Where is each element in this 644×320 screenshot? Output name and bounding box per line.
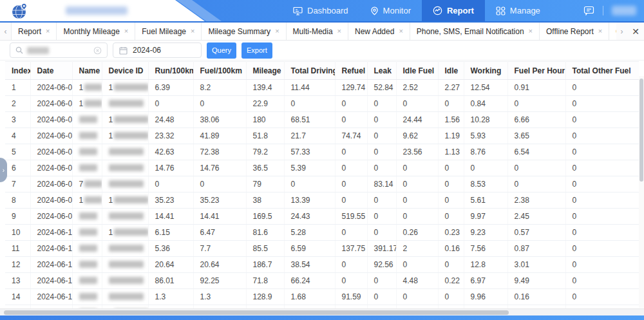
cell-device-id-redacted: [102, 96, 148, 112]
horizontal-scrollbar-thumb[interactable]: [4, 310, 509, 315]
month-picker[interactable]: 2024-06: [113, 42, 202, 58]
table-row[interactable]: 42024-06-041523.3241.8951.821.774.7409.6…: [5, 128, 639, 144]
nav-item-report[interactable]: Report: [422, 0, 485, 21]
cell-idle: 1.13: [438, 144, 464, 160]
redacted-block: [114, 116, 148, 123]
redacted-block: [109, 148, 144, 155]
cell-fuel-100km: 14.76: [193, 160, 246, 176]
redacted-block: [114, 196, 148, 203]
message-icon[interactable]: [583, 6, 594, 15]
table-row[interactable]: 62024-06-0614.7614.7636.55.390000000: [5, 160, 639, 176]
cell-working: 7.56: [464, 241, 507, 257]
cell-mileage: 36.5: [246, 160, 284, 176]
cell-index: 5: [5, 144, 30, 160]
cell-working: 9.23: [464, 225, 507, 241]
cell-leak: 0: [367, 160, 396, 176]
table-row[interactable]: 92024-06-0914.4114.41169.524.43519.55000…: [5, 209, 639, 225]
cell-working: 8.76: [464, 144, 507, 160]
vertical-scrollbar-thumb[interactable]: [639, 79, 643, 182]
nav-item-dashboard[interactable]: Dashboard: [282, 0, 359, 21]
tab-close-icon[interactable]: ×: [399, 28, 402, 35]
sidebar-expand-toggle[interactable]: ›: [0, 158, 7, 182]
cell-run-100km: 14.41: [148, 209, 193, 225]
cell-total-driving-fuel: 0: [284, 96, 335, 112]
cell-total-other-fuel: 0: [565, 289, 639, 305]
redacted-block: [109, 164, 144, 171]
table-row[interactable]: 122024-06-1220.6420.64186.738.54092.5600…: [5, 257, 639, 273]
cell-date: 2024-06-02: [30, 96, 72, 112]
nav-item-manage[interactable]: Manage: [485, 0, 551, 21]
cell-date: 2024-06-05: [30, 144, 72, 160]
tab-fuel-mileage[interactable]: Fuel Mileage×: [135, 23, 202, 40]
tab-label: New Added: [355, 27, 394, 36]
manage-icon: [496, 6, 506, 15]
table-row[interactable]: 102024-06-1016.156.4781.65.28000.260.239…: [5, 225, 639, 241]
horizontal-scrollbar[interactable]: [0, 308, 644, 315]
cell-fuel-per-hour: 6.54: [507, 144, 565, 160]
cell-refuel: 0: [335, 257, 367, 273]
tab-report[interactable]: Report×: [11, 23, 57, 40]
cell-idle: 0: [438, 257, 464, 273]
cell-index: 13: [5, 273, 30, 289]
tab-monthly-mileage[interactable]: Monthly Mileage×: [57, 23, 135, 40]
table-row[interactable]: 12024-06-01116.398.2139.411.44129.7452.8…: [5, 80, 639, 96]
table-row[interactable]: 142024-06-141.31.3128.91.6891.590009.960…: [5, 289, 639, 305]
table-row[interactable]: 72024-06-07700790083.14008.5300: [5, 176, 639, 193]
cell-refuel: 0: [335, 225, 367, 241]
cell-idle-fuel: 23.56: [396, 144, 438, 160]
cell-idle-fuel: 0: [396, 176, 438, 193]
tabs-scroll-left-icon[interactable]: ‹: [0, 23, 11, 40]
vertical-scrollbar[interactable]: [639, 76, 644, 308]
table-row[interactable]: 112024-06-115.367.785.56.59137.75391.172…: [5, 241, 639, 257]
redacted-block: [84, 84, 102, 91]
tab-close-icon[interactable]: ×: [598, 28, 602, 35]
column-header-working: Working: [464, 62, 507, 80]
cell-fuel-100km: 0: [193, 176, 246, 193]
table-row[interactable]: 82024-06-081135.2335.233813.3900005.612.…: [5, 193, 639, 209]
tab-label: Multi-Media: [293, 27, 333, 36]
table-row[interactable]: 132024-06-1386.0192.2571.866.24004.480.2…: [5, 273, 639, 289]
cell-idle-fuel: 0: [396, 193, 438, 209]
tab-close-icon[interactable]: ×: [337, 28, 341, 35]
redacted-block: [84, 180, 102, 187]
export-button[interactable]: Export: [242, 42, 272, 59]
redacted-block: [79, 148, 97, 155]
tab-close-icon[interactable]: ×: [124, 28, 128, 35]
query-button[interactable]: Query: [207, 42, 236, 59]
cell-refuel: 0: [335, 112, 367, 128]
tab-close-icon[interactable]: ×: [191, 28, 194, 35]
redacted-block: [84, 100, 102, 107]
tab-close-icon[interactable]: ×: [529, 28, 533, 35]
cell-leak: 52.84: [367, 80, 396, 96]
tab-offline-report[interactable]: Offline Report×: [540, 23, 609, 40]
tabs-scroll-right-icon[interactable]: ›: [616, 23, 627, 40]
cell-name-redacted: [72, 273, 102, 289]
table-row[interactable]: 32024-06-03124.4838.0618068.510024.441.5…: [5, 112, 639, 128]
cell-total-driving-fuel: 68.51: [284, 112, 335, 128]
nav-item-monitor[interactable]: Monitor: [359, 0, 422, 21]
tab-mileage-summary[interactable]: Mileage Summary×: [202, 23, 286, 40]
tab-multi-media[interactable]: Multi-Media×: [287, 23, 348, 40]
tab-phone-sms-email-notification[interactable]: Phone, SMS, Email Notification×: [410, 23, 540, 40]
filter-bar: 2024-06 Query Export: [0, 41, 644, 61]
cell-date: 2024-06-01: [30, 80, 72, 96]
cell-mileage: 85.5: [246, 241, 284, 257]
tab-close-icon[interactable]: ×: [46, 28, 50, 35]
user-account-redacted[interactable]: [612, 6, 636, 15]
tabs-close-all-icon[interactable]: ✕: [627, 23, 644, 40]
tab-new-added[interactable]: New Added×: [348, 23, 410, 40]
cell-fuel-100km: 38.06: [193, 112, 246, 128]
cell-fuel-per-hour: 2.38: [507, 193, 565, 209]
table-row[interactable]: 22024-06-0210022.9000000.8400: [5, 96, 639, 112]
cell-index: 2: [5, 96, 30, 112]
search-input[interactable]: [10, 42, 108, 58]
table-row[interactable]: 52024-06-0542.6372.3879.257.330023.561.1…: [5, 144, 639, 160]
cell-name-redacted: [72, 289, 102, 305]
tab-often-stay[interactable]: Often Stay×: [609, 23, 616, 40]
search-clear-icon[interactable]: [93, 46, 102, 55]
tab-close-icon[interactable]: ×: [275, 28, 279, 35]
redacted-block: [109, 293, 144, 300]
cell-working: 9.96: [464, 289, 507, 305]
column-header-total-driving-fuel: Total Driving Fuel: [284, 62, 335, 80]
cell-fuel-per-hour: 3.01: [507, 257, 565, 273]
